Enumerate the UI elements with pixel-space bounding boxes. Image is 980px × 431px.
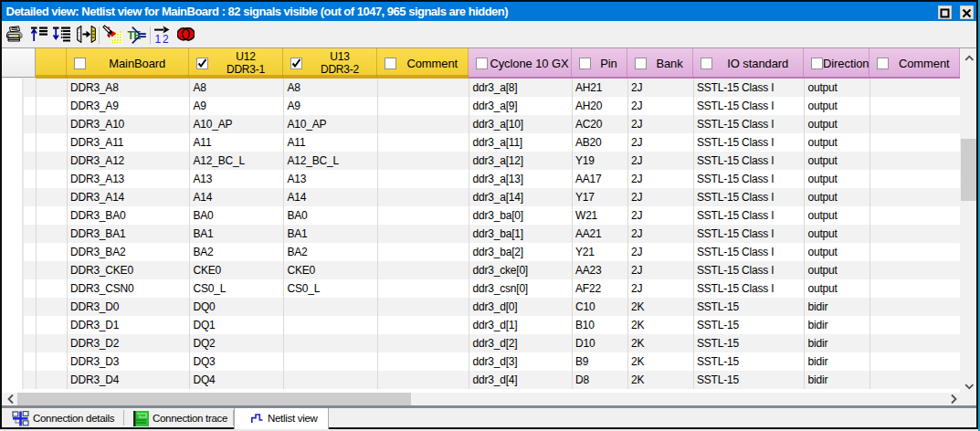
svg-text:1: 1 — [155, 33, 162, 45]
svg-text:2: 2 — [163, 33, 169, 45]
svg-text:TE: TE — [128, 29, 142, 42]
